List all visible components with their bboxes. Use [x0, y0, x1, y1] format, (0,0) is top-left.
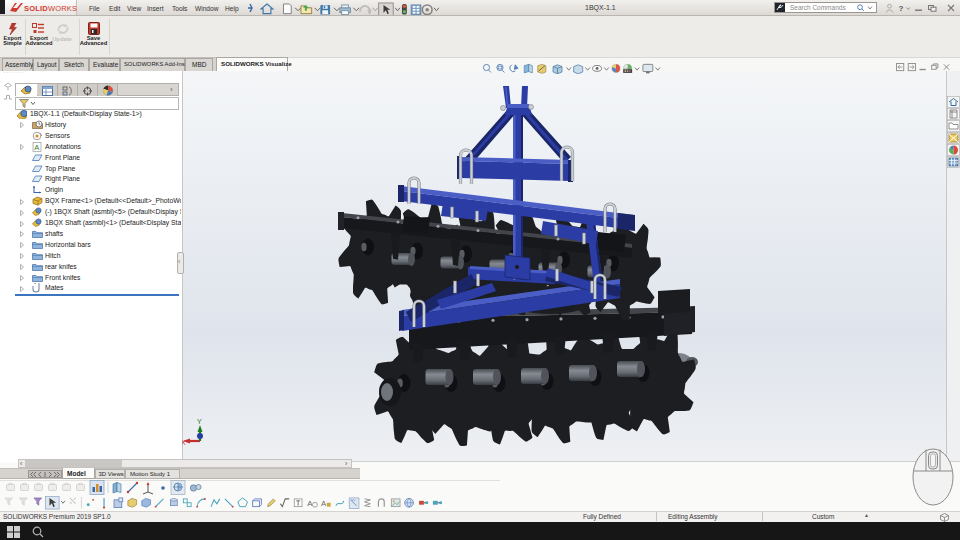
- svg-text:X: X: [182, 439, 186, 446]
- svg-text:Y: Y: [197, 418, 202, 425]
- svg-text:A: A: [321, 498, 327, 507]
- svg-text:A: A: [307, 498, 313, 507]
- svg-text:?: ?: [899, 4, 904, 13]
- svg-text:A: A: [34, 142, 39, 151]
